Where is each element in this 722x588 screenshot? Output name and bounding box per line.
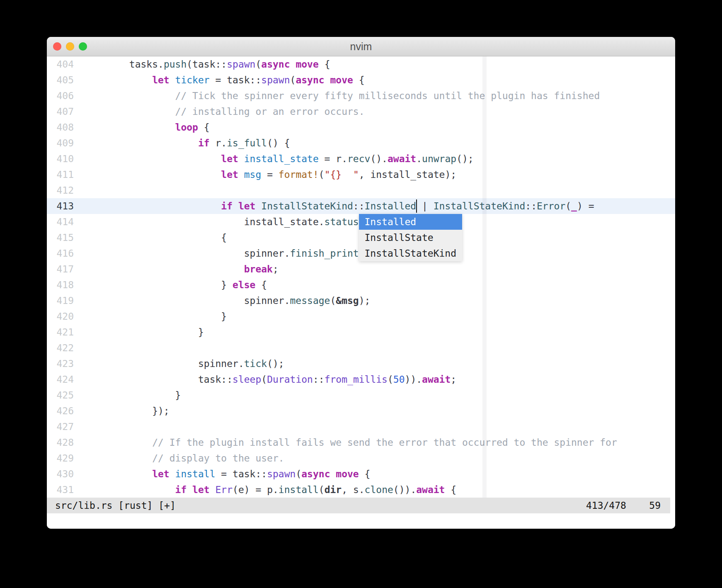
- line-number: 430: [47, 466, 74, 482]
- line-number: 415: [47, 230, 74, 245]
- code-line: 424 task::sleep(Duration::from_millis(50…: [47, 372, 675, 387]
- code-text: }: [83, 324, 204, 340]
- cursor: [416, 199, 417, 213]
- completion-item[interactable]: InstallStateKind: [359, 245, 462, 261]
- line-number: 405: [47, 72, 74, 88]
- line-number: 426: [47, 403, 74, 419]
- code-line: 420 }: [47, 309, 675, 324]
- code-text: break;: [83, 261, 279, 277]
- line-number: 421: [47, 324, 74, 340]
- code-text: spinner.message(&msg);: [83, 293, 370, 309]
- code-text: });: [83, 403, 170, 419]
- code-text: }: [83, 387, 181, 403]
- line-number: 429: [47, 450, 74, 466]
- line-number: 412: [47, 182, 74, 198]
- code-text: // display to the user.: [83, 450, 284, 466]
- line-number: 422: [47, 340, 74, 356]
- line-number: 409: [47, 135, 74, 151]
- code-line: 423 spinner.tick();: [47, 356, 675, 372]
- code-text: spinner.tick();: [83, 356, 284, 372]
- code-text: // installing or an error occurs.: [83, 104, 365, 119]
- code-line: 411 let msg = format!("{} ", install_sta…: [47, 167, 675, 182]
- code-lines: 404 tasks.push(task::spawn(async move {4…: [47, 56, 675, 498]
- code-line: 406 // Tick the spinner every fifty mill…: [47, 88, 675, 104]
- code-text: } else {: [83, 277, 267, 293]
- code-text: if let Err(e) = p.install(dir, s.clone()…: [83, 482, 456, 498]
- line-number: 418: [47, 277, 74, 293]
- code-text: install_state.status: [83, 214, 359, 230]
- code-line: 429 // display to the user.: [47, 450, 675, 466]
- code-text: // If the plugin install fails we send t…: [83, 435, 617, 450]
- titlebar[interactable]: nvim: [47, 37, 675, 56]
- line-number: 420: [47, 309, 74, 324]
- code-line: 404 tasks.push(task::spawn(async move {: [47, 56, 675, 72]
- code-line: 428 // If the plugin install fails we se…: [47, 435, 675, 450]
- line-number: 404: [47, 56, 74, 72]
- code-text: {: [83, 230, 227, 245]
- close-button[interactable]: [53, 42, 61, 51]
- code-line: 418 } else {: [47, 277, 675, 293]
- code-text: let ticker = task::spawn(async move {: [83, 72, 365, 88]
- code-line: 421 }: [47, 324, 675, 340]
- code-line: 427: [47, 419, 675, 435]
- code-line: 412: [47, 182, 675, 198]
- code-line: 408 loop {: [47, 119, 675, 135]
- statusline-file: src/lib.rs [rust] [+]: [55, 498, 176, 513]
- code-line: 422: [47, 340, 675, 356]
- code-text: // Tick the spinner every fifty millisec…: [83, 88, 600, 104]
- minimize-button[interactable]: [66, 42, 74, 51]
- completion-popup: InstalledInstallStateInstallStateKind: [359, 214, 462, 261]
- code-text: tasks.push(task::spawn(async move {: [83, 56, 330, 72]
- window-title: nvim: [350, 41, 372, 53]
- line-number: 407: [47, 104, 74, 119]
- line-number: 410: [47, 151, 74, 167]
- line-number: 419: [47, 293, 74, 309]
- code-line: 409 if r.is_full() {: [47, 135, 675, 151]
- completion-item[interactable]: Installed: [359, 214, 462, 230]
- code-line: 405 let ticker = task::spawn(async move …: [47, 72, 675, 88]
- line-number: 431: [47, 482, 74, 498]
- code-area[interactable]: 404 tasks.push(task::spawn(async move {4…: [47, 56, 675, 498]
- line-number: 428: [47, 435, 74, 450]
- line-number: 408: [47, 119, 74, 135]
- line-number: 427: [47, 419, 74, 435]
- code-text: loop {: [83, 119, 210, 135]
- command-line: -- INSERT --: [47, 513, 675, 529]
- line-number: 406: [47, 88, 74, 104]
- statusline-right: 413/478 59: [586, 498, 661, 513]
- code-line: 426 });: [47, 403, 675, 419]
- statusline-column: 59: [649, 498, 661, 513]
- code-line: 430 let install = task::spawn(async move…: [47, 466, 675, 482]
- line-number: 417: [47, 261, 74, 277]
- line-number: 411: [47, 167, 74, 182]
- line-number: 423: [47, 356, 74, 372]
- code-line: 419 spinner.message(&msg);: [47, 293, 675, 309]
- code-line: 407 // installing or an error occurs.: [47, 104, 675, 119]
- code-line: 413 if let InstallStateKind::Installed |…: [47, 198, 675, 214]
- line-number: 424: [47, 372, 74, 387]
- statusline: src/lib.rs [rust] [+] 413/478 59: [47, 498, 670, 513]
- code-line: 417 break;: [47, 261, 675, 277]
- code-text: let install = task::spawn(async move {: [83, 466, 370, 482]
- code-text: spinner.finish_print(: [83, 245, 365, 261]
- code-text: let install_state = r.recv().await.unwra…: [83, 151, 474, 167]
- line-number: 416: [47, 245, 74, 261]
- traffic-lights: [53, 37, 87, 56]
- zoom-button[interactable]: [79, 42, 87, 51]
- statusline-position: 413/478: [586, 498, 626, 513]
- line-number: 425: [47, 387, 74, 403]
- code-text: if let InstallStateKind::Installed | Ins…: [83, 198, 594, 214]
- code-text: }: [83, 309, 227, 324]
- code-text: let msg = format!("{} ", install_state);: [83, 167, 456, 182]
- code-line: 431 if let Err(e) = p.install(dir, s.clo…: [47, 482, 675, 498]
- code-text: if r.is_full() {: [83, 135, 290, 151]
- line-number: 413: [47, 198, 74, 214]
- completion-item[interactable]: InstallState: [359, 230, 462, 245]
- code-text: task::sleep(Duration::from_millis(50)).a…: [83, 372, 456, 387]
- line-number: 414: [47, 214, 74, 230]
- code-line: 425 }: [47, 387, 675, 403]
- code-line: 410 let install_state = r.recv().await.u…: [47, 151, 675, 167]
- nvim-window: nvim 404 tasks.push(task::spawn(async mo…: [47, 37, 675, 529]
